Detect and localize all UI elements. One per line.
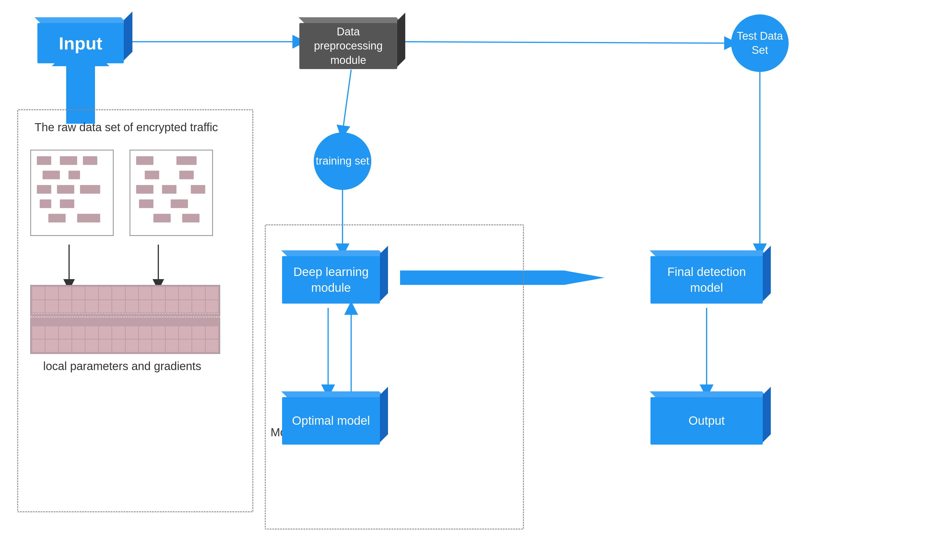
preprocess-box-side xyxy=(397,13,405,67)
output-label: Output xyxy=(688,413,725,429)
optimal-face: Optimal model xyxy=(282,397,380,445)
params-grid-box xyxy=(30,285,220,354)
final-detection-model-box: Final detection model xyxy=(651,250,774,308)
packet-box-2 xyxy=(129,150,213,236)
final-side xyxy=(763,246,771,301)
optimal-model-box: Optimal model xyxy=(282,391,391,449)
preprocess-box-face: Data preprocessing module xyxy=(299,23,397,69)
local-params-label: local parameters and gradients xyxy=(43,360,201,373)
architecture-diagram: Input Data preprocessing module Test Dat… xyxy=(0,0,934,560)
input-box: Input xyxy=(37,17,135,66)
final-label: Final detection model xyxy=(651,264,763,295)
output-side xyxy=(763,387,771,442)
output-face: Output xyxy=(651,397,763,445)
deep-learn-label: Deep learning module xyxy=(282,264,380,295)
arrow-preprocess-to-test xyxy=(405,42,731,43)
preprocess-label: Data preprocessing module xyxy=(299,22,397,70)
test-data-set-circle: Test Data Set xyxy=(731,14,789,72)
output-box: Output xyxy=(651,391,774,449)
final-face: Final detection model xyxy=(651,256,763,304)
input-label: Input xyxy=(59,33,103,54)
packet-box-1 xyxy=(30,150,114,236)
params-dashed-line xyxy=(30,317,220,317)
optimal-label: Optimal model xyxy=(292,413,370,429)
training-set-label: training set xyxy=(316,154,369,168)
test-data-set-label: Test Data Set xyxy=(731,29,789,58)
deep-learn-face: Deep learning module xyxy=(282,256,380,304)
arrow-preprocess-to-training xyxy=(343,70,351,132)
training-set-circle: training set xyxy=(314,132,371,190)
raw-data-label: The raw data set of encrypted traffic xyxy=(35,121,218,134)
input-box-face: Input xyxy=(37,23,124,63)
optimal-side xyxy=(380,387,388,442)
input-box-side xyxy=(124,12,132,60)
deep-learning-module-box: Deep learning module xyxy=(282,250,391,308)
deep-learn-side xyxy=(380,246,388,301)
preprocess-box: Data preprocessing module xyxy=(299,17,409,75)
